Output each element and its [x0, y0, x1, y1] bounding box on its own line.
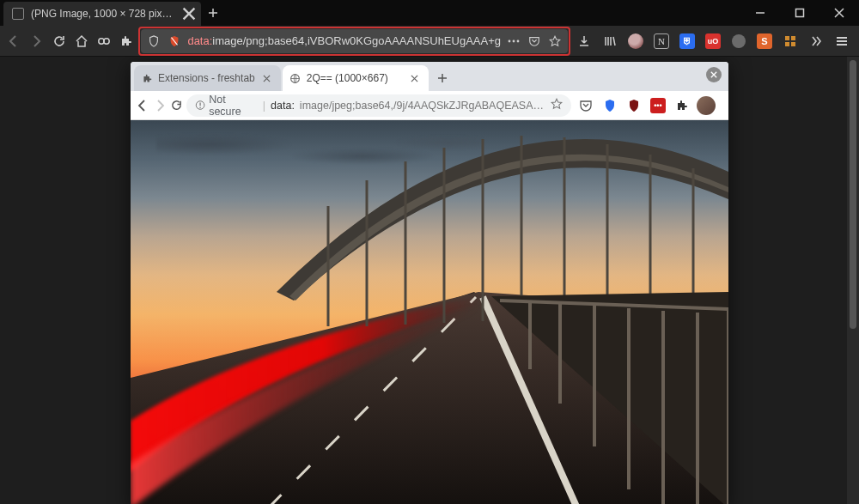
svg-point-5: [517, 39, 520, 42]
chrome-tabstrip: Extensions - freshtab 2Q== (1000×667): [131, 62, 728, 91]
not-secure-indicator[interactable]: Not secure: [195, 94, 258, 118]
close-icon[interactable]: [260, 71, 274, 85]
extension-puzzle-icon[interactable]: [116, 28, 137, 54]
svg-rect-0: [796, 9, 804, 17]
chrome-back-button[interactable]: [136, 94, 149, 117]
extension-grey-icon[interactable]: [727, 29, 751, 53]
chrome-toolbar: Not secure | data: image/jpeg;base64,/9j…: [131, 91, 728, 120]
svg-rect-7: [791, 36, 795, 40]
firefox-toolbar: data: image/png;base64,iVBORw0KGgoAAAANS…: [0, 26, 859, 57]
account-avatar-icon[interactable]: [624, 29, 648, 53]
chrome-tab-extensions[interactable]: Extensions - freshtab: [134, 65, 281, 91]
chrome-url-scheme: data:: [271, 100, 295, 112]
firefox-tab-title: (PNG Image, 1000 × 728 pixels) —: [31, 8, 175, 20]
puzzle-icon: [141, 72, 153, 84]
chrome-ublock-icon[interactable]: [623, 94, 645, 117]
chrome-bitwarden-icon[interactable]: [599, 94, 621, 117]
firefox-toolbar-extensions: N ⛨ uO S: [572, 29, 856, 53]
firefox-window: (PNG Image, 1000 × 728 pixels) —: [0, 0, 859, 504]
sync-icon[interactable]: [94, 28, 114, 54]
firefox-viewport: Extensions - freshtab 2Q== (1000×667): [0, 57, 859, 504]
chrome-extensions-puzzle-icon[interactable]: [671, 94, 693, 117]
firefox-scrollbar[interactable]: [847, 57, 859, 504]
scrollbar-thumb[interactable]: [850, 60, 856, 329]
chrome-tab-label: 2Q== (1000×667): [307, 72, 403, 84]
chrome-bookmark-icon[interactable]: [551, 98, 563, 112]
chrome-profile-avatar[interactable]: [695, 94, 717, 117]
chrome-pocket-icon[interactable]: [575, 94, 597, 117]
url-rest: image/png;base64,iVBORw0KGgoAAAANSUhEUgA…: [212, 34, 501, 47]
forward-button[interactable]: [26, 28, 46, 54]
globe-icon: [289, 72, 302, 84]
site-identity-icon[interactable]: [167, 33, 182, 49]
svg-point-12: [199, 106, 201, 108]
bitwarden-extension-icon[interactable]: ⛨: [675, 29, 699, 53]
library-icon[interactable]: [598, 29, 622, 53]
extension-grid-icon[interactable]: [778, 29, 802, 53]
chrome-url-rest: image/jpeg;base64,/9j/4AAQSkZJRgABAQEASA…: [300, 100, 545, 112]
firefox-urlbar[interactable]: data: image/png;base64,iVBORw0KGgoAAAANS…: [141, 29, 568, 53]
page-actions-icon[interactable]: [506, 33, 521, 49]
ublock-extension-icon[interactable]: uO: [701, 29, 725, 53]
bridge-sunset-image: [131, 120, 728, 504]
firefox-tab-active[interactable]: (PNG Image, 1000 × 728 pixels) —: [3, 2, 201, 26]
firefox-urlbar-highlight: data: image/png;base64,iVBORw0KGgoAAAANS…: [138, 27, 570, 56]
reload-button[interactable]: [48, 28, 69, 54]
back-button[interactable]: [3, 28, 24, 54]
chrome-tab-label: Extensions - freshtab: [158, 72, 255, 84]
firefox-new-tab-button[interactable]: [201, 0, 225, 26]
chrome-tab-image[interactable]: 2Q== (1000×667): [283, 65, 429, 91]
chrome-lastpass-icon[interactable]: •••: [647, 94, 669, 117]
bookmark-star-icon[interactable]: [547, 33, 563, 49]
chrome-reload-button[interactable]: [170, 94, 183, 117]
svg-point-3: [509, 39, 511, 42]
image-file-icon: [12, 8, 24, 20]
home-button[interactable]: [71, 28, 92, 54]
svg-rect-6: [785, 36, 789, 40]
image-viewer-content: [131, 120, 728, 504]
firefox-tabstrip: (PNG Image, 1000 × 728 pixels) —: [0, 0, 859, 26]
window-controls: [740, 0, 859, 26]
close-icon[interactable]: [408, 71, 422, 85]
close-tab-icon[interactable]: [182, 7, 196, 21]
tracking-shield-icon[interactable]: [146, 33, 161, 49]
inner-window-close-icon[interactable]: [706, 67, 722, 82]
url-text: data: image/png;base64,iVBORw0KGgoAAAANS…: [187, 34, 501, 47]
chrome-menu-button[interactable]: [719, 94, 728, 117]
extension-orange-icon[interactable]: S: [752, 29, 777, 53]
downloads-icon[interactable]: [572, 29, 596, 53]
firefox-menu-button[interactable]: [830, 29, 854, 53]
svg-rect-8: [785, 42, 789, 46]
not-secure-label: Not secure: [209, 94, 258, 118]
svg-rect-9: [791, 42, 795, 46]
chrome-forward-button[interactable]: [153, 94, 167, 117]
pocket-icon[interactable]: [527, 33, 542, 49]
notion-extension-icon[interactable]: N: [649, 29, 673, 53]
chrome-new-tab-button[interactable]: [430, 65, 454, 91]
window-maximize-button[interactable]: [780, 0, 819, 26]
chrome-extensions-row: •••: [575, 94, 728, 117]
window-minimize-button[interactable]: [740, 0, 780, 26]
window-close-button[interactable]: [819, 0, 859, 26]
overflow-chevron-icon[interactable]: [804, 29, 828, 53]
svg-point-4: [513, 39, 515, 42]
inner-chrome-window: Extensions - freshtab 2Q== (1000×667): [131, 62, 728, 504]
chrome-address-bar[interactable]: Not secure | data: image/jpeg;base64,/9j…: [186, 94, 571, 117]
url-protocol: data:: [187, 34, 212, 47]
